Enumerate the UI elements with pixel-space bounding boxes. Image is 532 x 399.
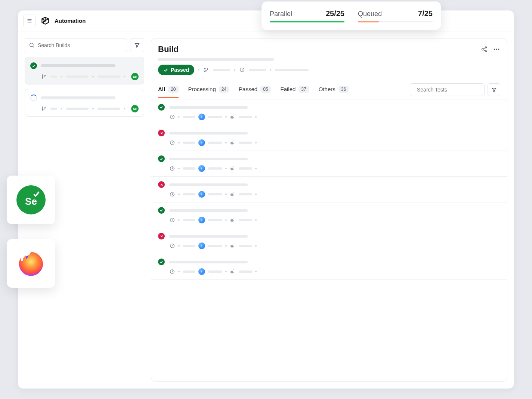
search-builds-input[interactable] [38, 42, 123, 48]
tab-count: 36 [338, 86, 349, 93]
svg-line-15 [483, 50, 485, 51]
build-name-placeholder [41, 64, 115, 67]
apple-icon [230, 269, 236, 275]
svg-marker-32 [201, 167, 202, 170]
tests-filter-button[interactable] [488, 83, 500, 96]
test-row[interactable] [151, 99, 507, 125]
svg-marker-44 [201, 270, 202, 273]
test-row[interactable] [151, 254, 507, 280]
test-row[interactable] [151, 151, 507, 177]
tab-passed[interactable]: Passed05 [239, 81, 270, 98]
clock-icon [169, 114, 175, 120]
svg-marker-30 [201, 142, 202, 144]
svg-point-10 [44, 108, 45, 108]
builds-filter-button[interactable] [130, 38, 144, 52]
test-row[interactable] [151, 202, 507, 228]
apple-icon [230, 114, 236, 120]
test-row[interactable] [151, 125, 507, 151]
tab-label: Others [319, 86, 335, 92]
test-row[interactable] [151, 228, 507, 254]
build-status-pill: Passed [158, 65, 194, 75]
firefox-icon [16, 248, 46, 278]
svg-point-21 [207, 69, 208, 69]
tab-all[interactable]: All20 [158, 81, 179, 98]
svg-point-20 [204, 71, 205, 72]
stat-label: Queued [358, 10, 382, 18]
tab-failed[interactable]: Failed37 [281, 81, 309, 98]
clock-icon [169, 140, 175, 146]
svg-point-19 [204, 68, 205, 69]
menu-button[interactable] [23, 15, 36, 27]
safari-icon [198, 191, 205, 198]
filter-icon [491, 87, 497, 93]
clock-icon [169, 217, 175, 223]
status-passed-icon [158, 155, 165, 162]
build-card[interactable]: Se [25, 57, 144, 84]
share-button[interactable] [481, 46, 488, 53]
build-card[interactable]: Se [25, 89, 144, 117]
svg-marker-38 [201, 219, 202, 222]
tab-label: Failed [281, 86, 296, 92]
search-tests-input-wrap[interactable] [410, 83, 485, 96]
clock-icon [169, 191, 175, 197]
svg-marker-36 [201, 193, 202, 196]
clock-icon [239, 67, 245, 73]
status-failed-icon [158, 130, 165, 136]
svg-point-9 [42, 110, 43, 111]
clock-icon [169, 166, 175, 171]
safari-icon [198, 242, 205, 249]
selenium-badge-icon: Se [131, 73, 139, 80]
stat-value: 7/25 [418, 9, 433, 18]
check-icon [163, 67, 168, 72]
stat-queued: Queued 7/25 [358, 9, 433, 22]
apple-icon [230, 140, 236, 146]
svg-point-13 [485, 50, 487, 52]
svg-line-4 [33, 46, 34, 47]
tab-processing[interactable]: Processing24 [188, 81, 229, 98]
clock-icon [169, 243, 175, 249]
svg-point-8 [42, 107, 43, 108]
svg-point-12 [482, 49, 483, 50]
stat-value: 25/25 [326, 9, 344, 18]
selenium-badge-icon: Se [131, 105, 139, 112]
status-failed-icon [158, 233, 165, 239]
build-title: Build [158, 44, 179, 54]
build-name-placeholder [41, 96, 115, 99]
status-passed-icon [158, 104, 165, 111]
stat-label: Parallel [270, 10, 292, 18]
selenium-card: Se [7, 176, 55, 224]
svg-point-17 [496, 49, 497, 50]
branch-icon [203, 67, 209, 73]
tab-count: 05 [260, 86, 270, 93]
status-passed-icon [158, 207, 165, 214]
selenium-icon: Se [16, 185, 46, 214]
body: Se Se [18, 31, 514, 389]
tab-others[interactable]: Others36 [319, 81, 349, 98]
svg-line-14 [483, 48, 485, 49]
svg-point-6 [42, 78, 43, 78]
svg-point-16 [494, 49, 495, 50]
clock-icon [169, 269, 175, 275]
svg-point-18 [498, 49, 499, 50]
more-horizontal-icon [493, 46, 500, 53]
tabs-row: All20Processing24Passed05Failed37Others3… [151, 80, 507, 99]
apple-icon [230, 217, 236, 223]
tests-list [151, 99, 507, 381]
test-row[interactable] [151, 177, 507, 202]
more-button[interactable] [493, 46, 500, 53]
build-detail-panel: Build Passed [151, 38, 507, 382]
status-passed-icon [30, 62, 37, 69]
tab-count: 20 [168, 86, 178, 93]
tab-count: 37 [299, 86, 309, 93]
brand-logo-icon [40, 16, 50, 26]
hamburger-icon [27, 18, 33, 24]
status-running-icon [30, 95, 37, 101]
apple-icon [230, 166, 236, 171]
search-tests-input[interactable] [417, 87, 482, 93]
svg-point-3 [30, 43, 33, 47]
search-builds-input-wrap[interactable] [25, 38, 127, 52]
page-title: Automation [55, 18, 86, 24]
tab-label: Passed [239, 86, 257, 92]
branch-icon [41, 106, 47, 112]
safari-icon [198, 268, 205, 275]
